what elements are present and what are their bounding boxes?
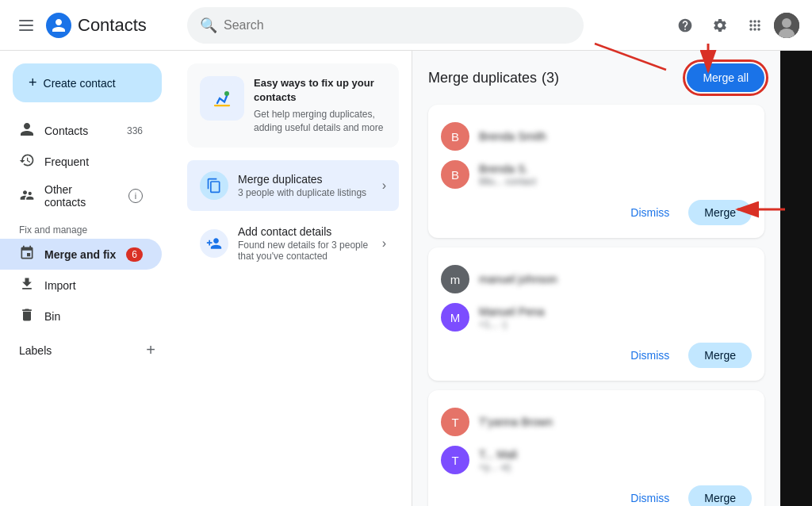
fix-manage-section-label: Fix and manage <box>0 215 174 239</box>
topbar: Contacts 🔍 <box>0 0 812 51</box>
merge-fix-icon <box>19 245 35 263</box>
merge-duplicates-option[interactable]: Merge duplicates 3 people with duplicate… <box>187 160 399 211</box>
suggestion-text: Easy ways to fix up your contacts Get he… <box>254 76 386 135</box>
dismiss-btn-2[interactable]: Dismiss <box>621 343 679 368</box>
avatar-b2: B <box>441 160 469 189</box>
merge-btn-2[interactable]: Merge <box>688 343 752 368</box>
add-details-text: Add contact details Found new details fo… <box>238 225 382 262</box>
bin-label: Bin <box>44 310 60 323</box>
search-bar[interactable]: 🔍 <box>187 7 584 44</box>
grid-icon-btn[interactable] <box>739 10 771 41</box>
person-icon <box>19 121 35 140</box>
merge-dup-desc: 3 people with duplicate listings <box>238 187 382 198</box>
other-contacts-info-icon[interactable]: i <box>128 189 143 203</box>
search-input[interactable] <box>224 18 571 33</box>
sidebar-item-bin[interactable]: Bin <box>0 301 162 332</box>
other-contacts-icon <box>19 187 35 205</box>
contact-row-3a: T T'yanna Brown <box>441 403 752 441</box>
merge-dup-icon-container <box>200 171 228 200</box>
suggestion-icon <box>200 76 244 121</box>
contact-name-3a: T'yanna Brown <box>479 416 752 428</box>
merge-dup-heading-count: (3) <box>542 70 559 86</box>
topbar-left: Contacts <box>13 13 187 38</box>
contact-row-2a: m manuel johnson <box>441 260 752 298</box>
add-contact-details-option[interactable]: Add contact details Found new details fo… <box>187 214 399 273</box>
add-details-desc: Found new details for 3 people that you'… <box>238 240 382 262</box>
help-icon-btn[interactable] <box>669 10 701 41</box>
merge-dup-arrow: › <box>382 178 386 193</box>
duplicate-card-1: B Brenda Smith B Brenda S. 88u... contac… <box>428 105 764 238</box>
main-layout: + Create contact Contacts 336 Frequent O… <box>0 51 812 506</box>
add-details-arrow: › <box>382 236 386 251</box>
contacts-icon <box>46 13 71 38</box>
sidebar: + Create contact Contacts 336 Frequent O… <box>0 51 174 506</box>
sidebar-item-frequent[interactable]: Frequent <box>0 146 162 177</box>
bin-icon <box>19 307 35 325</box>
settings-icon-btn[interactable] <box>704 10 736 41</box>
suggestion-desc: Get help merging duplicates, adding usef… <box>254 108 386 135</box>
merge-dup-heading: Merge duplicates (3) <box>428 70 559 86</box>
plus-icon: + <box>29 75 37 91</box>
merge-btn-3[interactable]: Merge <box>688 485 752 506</box>
contact-detail-2b: +1... -) <box>479 319 752 330</box>
frequent-label: Frequent <box>44 155 143 168</box>
card-3-actions: Dismiss Merge <box>441 485 752 506</box>
avatar-m2: M <box>441 303 469 332</box>
contact-name-1a: Brenda Smith <box>479 130 752 143</box>
labels-label: Labels <box>19 344 146 357</box>
other-contacts-label: Other contacts <box>44 183 114 209</box>
contact-name-2b: Manuel Pena <box>479 305 752 318</box>
contact-info-1b: Brenda S. 88u... contact <box>479 163 752 187</box>
suggestion-title: Easy ways to fix up your contacts <box>254 76 386 105</box>
add-details-title: Add contact details <box>238 225 382 238</box>
card-2-actions: Dismiss Merge <box>441 343 752 368</box>
sidebar-item-other-contacts[interactable]: Other contacts i <box>0 177 162 215</box>
contact-info-2b: Manuel Pena +1... -) <box>479 305 752 330</box>
svg-rect-3 <box>208 84 236 113</box>
contact-row-2b: M Manuel Pena +1... -) <box>441 298 752 336</box>
avatar[interactable] <box>774 13 799 38</box>
import-icon <box>19 276 35 294</box>
merge-dup-text: Merge duplicates 3 people with duplicate… <box>238 173 382 198</box>
contact-name-1b: Brenda S. <box>479 163 752 175</box>
left-panel: Easy ways to fix up your contacts Get he… <box>174 51 412 506</box>
search-icon: 🔍 <box>200 17 217 34</box>
sidebar-item-import[interactable]: Import <box>0 270 162 301</box>
contacts-count: 336 <box>127 125 143 136</box>
contact-name-2a: manuel johnson <box>479 273 752 286</box>
card-1-actions: Dismiss Merge <box>441 200 752 225</box>
svg-point-1 <box>782 18 791 28</box>
frequent-icon <box>19 152 35 171</box>
topbar-icons <box>669 10 799 41</box>
right-panel: Merge duplicates (3) Merge all B Brenda … <box>412 51 780 506</box>
contact-row-1a: B Brenda Smith <box>441 117 752 155</box>
create-contact-button[interactable]: + Create contact <box>13 63 162 102</box>
sidebar-item-contacts[interactable]: Contacts 336 <box>0 115 162 146</box>
contact-row-3b: T T... Mali +y... -e) <box>441 441 752 479</box>
app-title: Contacts <box>78 15 147 36</box>
add-details-icon-container <box>200 229 228 258</box>
merge-fix-label: Merge and fix <box>44 248 117 261</box>
right-panel-header: Merge duplicates (3) Merge all <box>428 63 764 92</box>
merge-btn-1[interactable]: Merge <box>688 200 752 225</box>
avatar-t1: T <box>441 408 469 436</box>
merge-all-button[interactable]: Merge all <box>687 63 764 92</box>
labels-section: Labels + <box>0 332 174 362</box>
contacts-label: Contacts <box>44 125 117 137</box>
dismiss-btn-1[interactable]: Dismiss <box>621 200 679 225</box>
hamburger-menu[interactable] <box>13 13 40 37</box>
duplicate-card-3: T T'yanna Brown T T... Mali +y... -e) Di… <box>428 390 764 506</box>
svg-point-4 <box>224 91 229 96</box>
black-edge <box>780 51 812 506</box>
avatar-m1: m <box>441 265 469 293</box>
sidebar-item-merge-fix[interactable]: Merge and fix 6 <box>0 239 162 270</box>
contact-info-3b: T... Mali +y... -e) <box>479 448 752 473</box>
contact-info-2a: manuel johnson <box>479 273 752 286</box>
contact-detail-1b: 88u... contact <box>479 176 752 187</box>
add-label-icon[interactable]: + <box>146 341 155 359</box>
dismiss-btn-3[interactable]: Dismiss <box>621 485 679 506</box>
import-label: Import <box>44 279 76 292</box>
merge-fix-badge: 6 <box>126 247 143 262</box>
merge-dup-heading-title: Merge duplicates <box>428 70 537 86</box>
contact-row-1b: B Brenda S. 88u... contact <box>441 155 752 194</box>
